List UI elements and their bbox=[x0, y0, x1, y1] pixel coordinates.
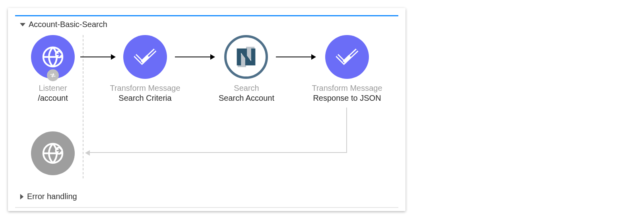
return-arrowhead-icon bbox=[85, 150, 90, 156]
chevron-down-icon bbox=[20, 23, 25, 26]
flow-canvas: Account-Basic-Search Listener /account T… bbox=[8, 8, 405, 211]
search-node[interactable] bbox=[224, 35, 268, 79]
transform2-labels: Transform Message Response to JSON bbox=[298, 84, 396, 103]
flow-arrow bbox=[80, 57, 115, 57]
search-labels: Search Search Account bbox=[203, 84, 290, 103]
search-name-label: Search Account bbox=[203, 94, 290, 103]
flow-arrow bbox=[276, 57, 316, 57]
error-section-header[interactable]: Error handling bbox=[20, 192, 77, 201]
listener-name-label: /account bbox=[24, 94, 82, 103]
chevron-right-icon bbox=[20, 194, 24, 200]
transform-response-node[interactable] bbox=[325, 35, 369, 79]
globe-arrow-icon bbox=[39, 139, 67, 167]
listener-labels: Listener /account bbox=[24, 84, 82, 103]
globe-arrow-icon bbox=[39, 43, 67, 71]
dataweave-icon bbox=[335, 45, 359, 69]
return-connector bbox=[90, 108, 347, 153]
listener-type-label: Listener bbox=[24, 84, 82, 93]
transform2-name-label: Response to JSON bbox=[298, 94, 396, 103]
netsuite-icon bbox=[233, 43, 260, 70]
bottom-border bbox=[15, 207, 398, 208]
flow-section-header[interactable]: Account-Basic-Search bbox=[20, 20, 107, 29]
transform-criteria-node[interactable] bbox=[123, 35, 167, 79]
dataweave-icon bbox=[133, 45, 157, 69]
listener-node[interactable] bbox=[31, 35, 75, 79]
exchange-badge-icon bbox=[47, 69, 59, 81]
error-section-title: Error handling bbox=[27, 192, 77, 201]
transform1-name-label: Search Criteria bbox=[93, 94, 197, 103]
flow-title: Account-Basic-Search bbox=[29, 20, 107, 29]
response-node[interactable] bbox=[31, 131, 75, 175]
flow-arrow bbox=[175, 57, 215, 57]
transform1-labels: Transform Message Search Criteria bbox=[93, 84, 197, 103]
search-type-label: Search bbox=[203, 84, 290, 93]
transform2-type-label: Transform Message bbox=[298, 84, 396, 93]
transform1-type-label: Transform Message bbox=[93, 84, 197, 93]
accent-bar bbox=[15, 15, 398, 16]
